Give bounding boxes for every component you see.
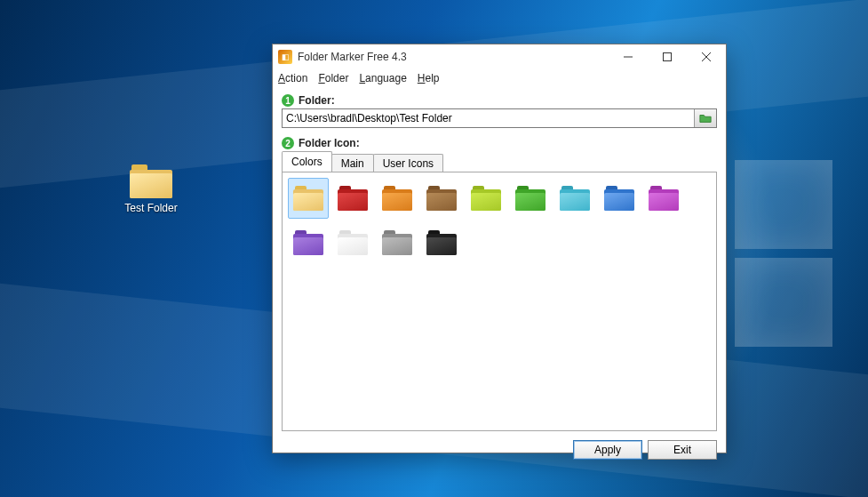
maximize-button[interactable] [648,44,687,69]
browse-folder-icon [699,113,712,124]
color-option-yellow[interactable] [288,178,329,219]
tab-strip: Colors Main User Icons [282,152,717,172]
button-row: Apply Exit [282,440,717,460]
menu-language[interactable]: Language [359,72,406,84]
exit-button[interactable]: Exit [648,440,717,460]
menu-help[interactable]: Help [418,72,440,84]
desktop: Test Folder ◧ Folder Marker Free 4.3 Act… [0,0,868,497]
step1-label: Folder: [299,94,335,107]
color-option-white[interactable] [332,222,373,263]
menu-action[interactable]: Action [278,72,307,84]
close-button[interactable] [687,44,726,69]
color-icon-grid [288,178,711,263]
tab-main[interactable]: Main [331,154,374,172]
folder-path-input[interactable] [283,109,694,127]
color-option-orange[interactable] [377,178,418,219]
tab-panel-colors [282,172,717,431]
menu-folder[interactable]: Folder [318,72,348,84]
step1-badge-icon: 1 [282,94,294,107]
folder-icon [515,186,545,211]
folder-path-row [282,108,717,128]
step2-badge-icon: 2 [282,137,294,149]
color-option-blue[interactable] [599,178,640,219]
folder-icon [293,186,323,211]
folder-icon [649,186,679,211]
window-title: Folder Marker Free 4.3 [298,51,407,63]
color-option-magenta[interactable] [643,178,684,219]
folder-icon [338,230,368,255]
browse-button[interactable] [694,109,716,127]
menu-bar: Action Folder Language Help [273,69,726,87]
folder-icon [338,186,368,211]
color-option-lime[interactable] [466,178,506,219]
tab-colors[interactable]: Colors [282,151,332,172]
app-window: ◧ Folder Marker Free 4.3 Action Folder L… [272,44,727,453]
step2-heading: 2 Folder Icon: [282,137,717,149]
color-option-grey[interactable] [377,222,418,263]
step2-label: Folder Icon: [299,137,360,149]
apply-button[interactable]: Apply [573,440,642,460]
desktop-folder-icon[interactable]: Test Folder [115,164,187,214]
folder-icon [426,230,457,255]
svg-rect-0 [664,53,672,61]
color-option-cyan[interactable] [554,178,595,219]
folder-icon [382,230,412,255]
color-option-red[interactable] [332,178,373,219]
color-option-purple[interactable] [288,222,329,263]
tab-user-icons[interactable]: User Icons [373,154,443,172]
folder-icon [382,186,412,211]
step1-heading: 1 Folder: [282,94,717,107]
color-option-black[interactable] [421,222,462,263]
folder-icon [604,186,634,211]
folder-icon [130,164,172,198]
color-option-brown[interactable] [421,178,462,219]
folder-icon [471,186,501,211]
folder-icon [293,230,323,255]
titlebar[interactable]: ◧ Folder Marker Free 4.3 [273,44,726,69]
folder-icon [560,186,590,211]
minimize-button[interactable] [609,44,648,69]
app-icon: ◧ [278,50,292,64]
folder-icon [426,186,457,211]
color-option-green[interactable] [510,178,551,219]
desktop-folder-label: Test Folder [115,202,187,214]
